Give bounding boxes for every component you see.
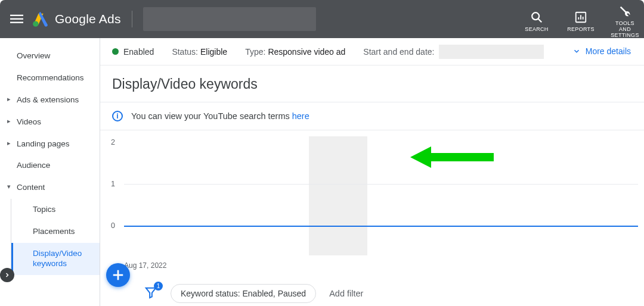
sidebar-item-content[interactable]: Content [0, 177, 100, 199]
chart: 2 1 0 [124, 142, 638, 255]
sidebar-item-videos[interactable]: Videos [0, 111, 100, 133]
sidebar-item-recommendations[interactable]: Recommendations [0, 67, 100, 89]
top-actions: SEARCH REPORTS TOOLS AND SETTINGS [521, 4, 640, 39]
reports-button[interactable]: REPORTS [565, 4, 596, 39]
svg-marker-11 [410, 146, 431, 168]
sidebar-item-placements[interactable]: Placements [11, 221, 100, 243]
sidebar-item-landing-pages[interactable]: Landing pages [0, 133, 100, 155]
brand-logo: Google Ads [32, 11, 121, 27]
hamburger-menu-icon[interactable] [10, 12, 24, 26]
plus-icon [112, 268, 125, 282]
chart-highlight-band [309, 136, 367, 255]
filter-count-badge: 1 [154, 282, 163, 291]
svg-rect-2 [10, 22, 23, 23]
svg-rect-14 [113, 274, 123, 276]
info-banner: i You can view your YouTube search terms… [100, 102, 644, 130]
search-button[interactable]: SEARCH [521, 4, 552, 39]
annotation-arrow [410, 145, 500, 169]
topbar: Google Ads SEARCH REPORTS TOOLS AND SETT… [0, 0, 644, 38]
account-selector-redacted[interactable] [143, 7, 316, 31]
date-range: Start and end date: [363, 45, 544, 59]
chart-area: 2 1 0 Aug 17, 2022 [100, 130, 644, 270]
add-filter-button[interactable]: Add filter [329, 289, 363, 298]
sidebar-item-overview[interactable]: Overview [0, 45, 100, 67]
ads-logo-icon [32, 11, 49, 27]
sidebar-item-ads-extensions[interactable]: Ads & extensions [0, 89, 100, 111]
search-icon [530, 10, 543, 25]
status-enabled: Enabled [112, 47, 154, 57]
tools-settings-button[interactable]: TOOLS AND SETTINGS [609, 4, 640, 39]
filter-funnel-button[interactable]: 1 [144, 286, 157, 301]
y-tick-1: 1 [111, 180, 115, 188]
youtube-search-terms-link[interactable]: here [292, 111, 309, 121]
info-icon: i [112, 111, 123, 121]
sidebar-collapse-handle[interactable] [0, 268, 14, 282]
x-axis-start-label: Aug 17, 2022 [124, 261, 644, 270]
main-content: Enabled Status:Eligible Type:Responsive … [100, 38, 644, 306]
y-tick-2: 2 [111, 138, 115, 146]
filter-chip-keyword-status[interactable]: Keyword status: Enabled, Paused [171, 284, 316, 303]
sidebar: Overview Recommendations Ads & extension… [0, 38, 100, 306]
sidebar-item-audience[interactable]: Audience [0, 155, 100, 177]
svg-point-3 [33, 21, 38, 27]
svg-rect-0 [10, 15, 23, 16]
svg-point-4 [532, 13, 539, 20]
sidebar-item-display-video-keywords[interactable]: Display/Video keywords [11, 243, 100, 275]
svg-rect-10 [428, 153, 494, 161]
chart-line [124, 226, 638, 227]
type-value: Type:Responsive video ad [245, 47, 345, 57]
brand-ads: Ads [99, 12, 121, 26]
fab-add-button[interactable] [106, 263, 130, 287]
chevron-down-icon [572, 47, 581, 55]
status-eligible: Status:Eligible [172, 47, 227, 57]
date-redacted [439, 45, 544, 59]
y-tick-0: 0 [111, 221, 115, 230]
info-text: You can view your YouTube search terms [131, 111, 290, 121]
svg-line-5 [538, 19, 542, 23]
more-details-toggle[interactable]: More details [572, 46, 631, 56]
brand-text: Google Ads [55, 12, 121, 26]
reports-icon [574, 10, 587, 25]
separator [132, 11, 132, 27]
wrench-icon [618, 4, 631, 19]
filter-row: 1 Keyword status: Enabled, Paused Add fi… [100, 281, 644, 306]
status-bar: Enabled Status:Eligible Type:Responsive … [100, 38, 644, 65]
brand-google: Google [55, 12, 96, 26]
page-title: Display/Video keywords [100, 65, 644, 102]
status-dot-icon [112, 48, 119, 55]
sidebar-item-topics[interactable]: Topics [11, 199, 100, 221]
svg-rect-1 [10, 18, 23, 20]
svg-marker-12 [146, 288, 156, 298]
